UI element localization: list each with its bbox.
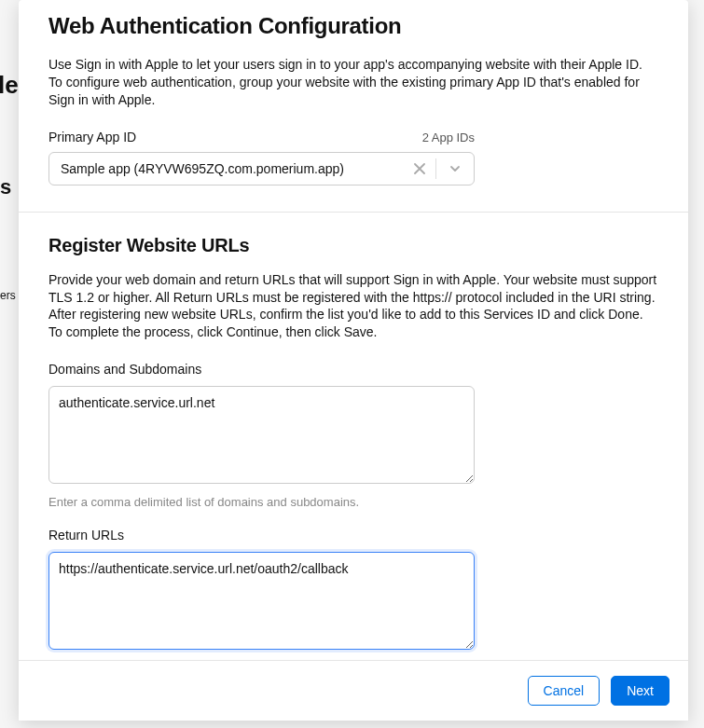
modal-description: Use Sign in with Apple to let your users…	[48, 56, 658, 109]
domains-textarea[interactable]	[48, 386, 475, 484]
primary-app-id-row: Primary App ID 2 App IDs	[48, 130, 475, 144]
cancel-button[interactable]: Cancel	[528, 676, 600, 706]
return-urls-label: Return URLs	[48, 528, 658, 543]
primary-app-id-label: Primary App ID	[48, 130, 136, 144]
web-auth-config-modal: Web Authentication Configuration Use Sig…	[19, 0, 688, 721]
backdrop-fragment: s	[0, 175, 11, 199]
backdrop-fragment: le	[0, 71, 19, 100]
register-urls-title: Register Website URLs	[48, 235, 658, 256]
domains-hint: Enter a comma delimited list of domains …	[48, 495, 658, 509]
modal-footer: Cancel Next	[19, 660, 688, 721]
domains-label: Domains and Subdomains	[48, 362, 658, 377]
backdrop-fragment: ers	[0, 289, 16, 302]
register-urls-description: Provide your web domain and return URLs …	[48, 271, 658, 342]
primary-app-id-value: Sample app (4RYVW695ZQ.com.pomerium.app)	[49, 161, 404, 176]
modal-title: Web Authentication Configuration	[48, 13, 658, 39]
return-urls-textarea[interactable]	[48, 552, 475, 650]
chevron-down-icon[interactable]	[436, 162, 474, 175]
primary-app-id-select[interactable]: Sample app (4RYVW695ZQ.com.pomerium.app)	[48, 152, 475, 185]
clear-icon[interactable]	[404, 163, 435, 174]
app-ids-count: 2 App IDs	[422, 130, 475, 144]
next-button[interactable]: Next	[611, 676, 669, 706]
modal-body: Web Authentication Configuration Use Sig…	[19, 0, 688, 660]
section-divider	[19, 212, 688, 213]
